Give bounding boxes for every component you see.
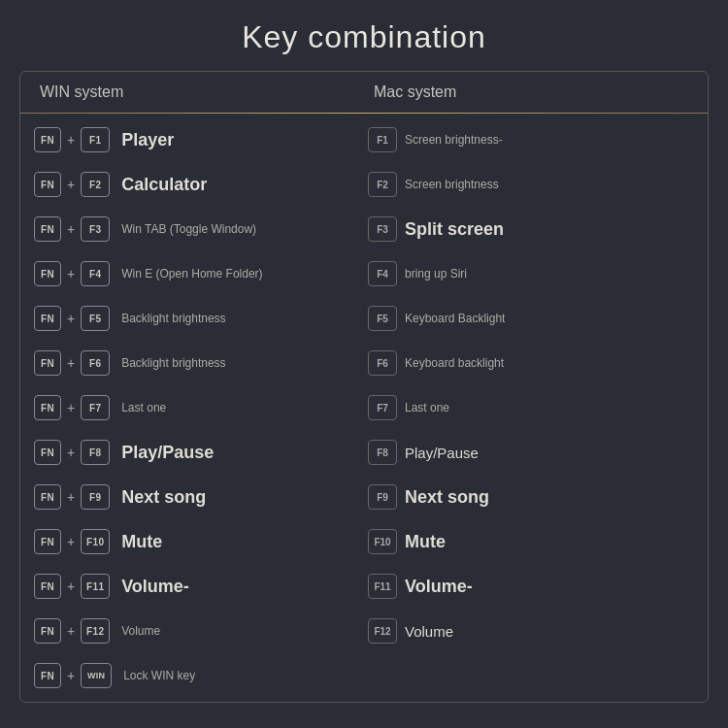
f-key: F6 [81, 350, 110, 376]
table-row: FN+F4Win E (Open Home Folder)F4bring up … [20, 251, 708, 296]
mac-side: F8Play/Pause [360, 440, 694, 465]
f-key: F11 [81, 574, 110, 599]
win-side: FN+F6Backlight brightness [34, 350, 360, 376]
win-label: Lock WIN key [123, 669, 195, 682]
mac-key: F1 [368, 127, 397, 152]
mac-label: Keyboard backlight [405, 356, 504, 370]
f-key: F3 [81, 216, 110, 242]
mac-key: F9 [368, 484, 397, 510]
fn-key: FN [34, 261, 61, 286]
win-side: FN+F7Last one [34, 395, 360, 420]
win-side: FN+WINLock WIN key [34, 663, 360, 688]
fn-key: FN [34, 216, 61, 242]
plus-sign: + [67, 534, 75, 549]
table-row: FN+F7Last oneF7Last one [20, 385, 708, 430]
mac-label: Volume- [405, 577, 473, 597]
plus-sign: + [67, 400, 75, 415]
mac-side: F2Screen brightness [360, 172, 694, 197]
table-row: FN+F2CalculatorF2Screen brightness [20, 162, 708, 207]
win-side: FN+F9Next song [34, 484, 360, 510]
mac-side: F9Next song [360, 484, 694, 510]
win-label: Play/Pause [121, 443, 214, 463]
win-label: Win E (Open Home Folder) [121, 267, 262, 281]
mac-side: F7Last one [360, 395, 694, 420]
table-header: WIN system Mac system [20, 72, 708, 113]
table-row: FN+WINLock WIN key [20, 653, 708, 698]
mac-key: F4 [368, 261, 397, 286]
table-row: FN+F11Volume-F11Volume- [20, 564, 708, 609]
win-side: FN+F2Calculator [34, 172, 360, 197]
table-row: FN+F10MuteF10Mute [20, 519, 708, 564]
mac-label: Split screen [405, 219, 504, 240]
table-row: FN+F12VolumeF12Volume [20, 609, 708, 653]
mac-label: Next song [405, 487, 489, 508]
plus-sign: + [67, 668, 75, 683]
mac-key: F8 [368, 440, 397, 465]
mac-side: F11Volume- [360, 574, 694, 599]
win-side: FN+F8Play/Pause [34, 440, 360, 465]
mac-label: Keyboard Backlight [405, 312, 505, 325]
f-key: F9 [81, 484, 110, 510]
mac-label: Screen brightness [405, 178, 499, 191]
table-row: FN+F9Next songF9Next song [20, 475, 708, 519]
mac-side: F6Keyboard backlight [360, 350, 694, 376]
table-row: FN+F1PlayerF1Screen brightness- [20, 117, 708, 162]
mac-key: F2 [368, 172, 397, 197]
mac-label: Play/Pause [405, 445, 479, 461]
plus-sign: + [67, 623, 75, 639]
win-side: FN+F4Win E (Open Home Folder) [34, 261, 360, 286]
win-side: FN+F10Mute [34, 529, 360, 554]
rows-wrapper: FN+F1PlayerF1Screen brightness-FN+F2Calc… [20, 114, 708, 702]
mac-label: Mute [405, 532, 446, 552]
f-key: WIN [81, 663, 112, 688]
win-side: FN+F3Win TAB (Toggle Window) [34, 216, 360, 242]
f-key: F2 [81, 172, 110, 197]
mac-side: F4bring up Siri [360, 261, 694, 286]
win-label: Volume [121, 624, 160, 638]
win-system-header: WIN system [40, 83, 354, 101]
page-title: Key combination [242, 19, 486, 55]
mac-key: F5 [368, 306, 397, 331]
mac-label: Screen brightness- [405, 133, 503, 147]
mac-label: bring up Siri [405, 267, 467, 281]
plus-sign: + [67, 489, 75, 505]
mac-side: F5Keyboard Backlight [360, 306, 694, 331]
f-key: F8 [81, 440, 110, 465]
fn-key: FN [34, 484, 61, 510]
table-row: FN+F3Win TAB (Toggle Window)F3Split scre… [20, 207, 708, 251]
fn-key: FN [34, 529, 61, 554]
f-key: F12 [81, 618, 110, 644]
plus-sign: + [67, 266, 75, 281]
win-side: FN+F5Backlight brightness [34, 306, 360, 331]
win-side: FN+F1Player [34, 127, 360, 152]
mac-key: F6 [368, 350, 397, 376]
win-side: FN+F11Volume- [34, 574, 360, 599]
win-label: Last one [121, 401, 166, 414]
key-combination-table: WIN system Mac system FN+F1PlayerF1Scree… [19, 71, 709, 703]
table-row: FN+F5Backlight brightnessF5Keyboard Back… [20, 296, 708, 341]
plus-sign: + [67, 311, 75, 326]
fn-key: FN [34, 574, 61, 599]
mac-key: F12 [368, 618, 397, 644]
mac-label: Last one [405, 401, 449, 414]
mac-side: F10Mute [360, 529, 694, 554]
f-key: F10 [81, 529, 110, 554]
plus-sign: + [67, 177, 75, 192]
win-label: Backlight brightness [121, 356, 225, 370]
fn-key: FN [34, 350, 61, 376]
fn-key: FN [34, 618, 61, 644]
f-key: F7 [81, 395, 110, 420]
win-label: Next song [121, 487, 206, 508]
mac-system-header: Mac system [354, 83, 688, 101]
table-row: FN+F8Play/PauseF8Play/Pause [20, 430, 708, 475]
win-label: Backlight brightness [121, 312, 225, 325]
win-label: Mute [121, 532, 162, 552]
plus-sign: + [67, 355, 75, 371]
plus-sign: + [67, 132, 75, 148]
f-key: F1 [81, 127, 110, 152]
f-key: F5 [81, 306, 110, 331]
mac-side: F12Volume [360, 618, 694, 644]
mac-key: F10 [368, 529, 397, 554]
f-key: F4 [81, 261, 110, 286]
plus-sign: + [67, 221, 75, 237]
